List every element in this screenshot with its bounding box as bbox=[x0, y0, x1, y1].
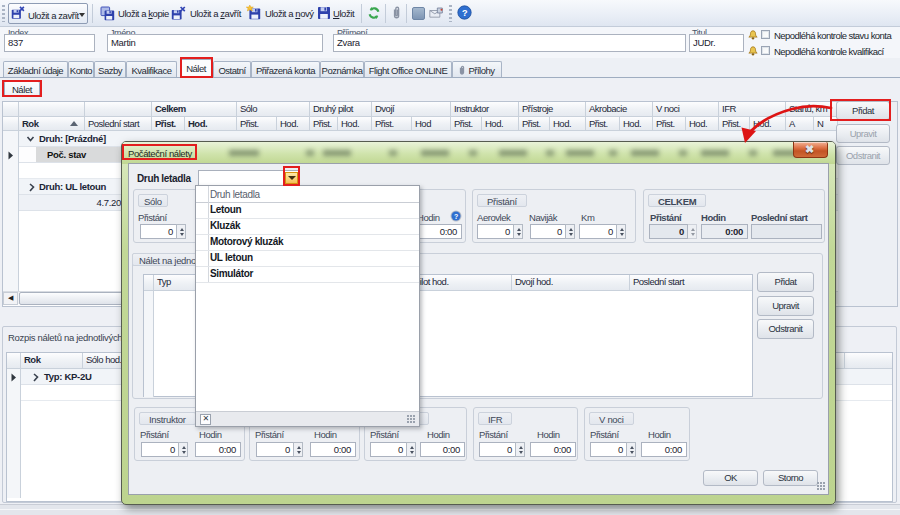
svg-text:?: ? bbox=[454, 213, 458, 220]
svg-text:?: ? bbox=[462, 8, 468, 18]
